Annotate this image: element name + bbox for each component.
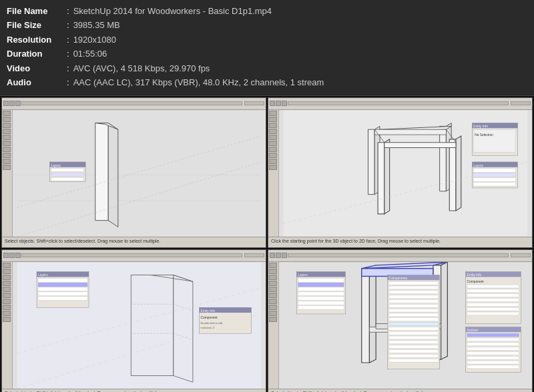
svg-rect-99 (389, 336, 439, 339)
svg-text:Entity Info: Entity Info (201, 309, 216, 313)
thumb1-toolbar (2, 98, 266, 110)
svg-rect-94 (389, 313, 439, 317)
thumb3-toolbar (2, 250, 266, 262)
thumbnail-2[interactable]: Entity Info No Selection Layers Click t (268, 97, 533, 248)
svg-text:Layers: Layers (473, 163, 483, 167)
video-row: Video : AVC (AVC), 4 518 Kbps, 29.970 fp… (7, 61, 527, 75)
svg-rect-104 (389, 359, 439, 362)
svg-text:Component: Component (467, 280, 485, 283)
thumb4-status: Select objects. Shift+click to select/de… (268, 389, 532, 392)
file-size-value: 3985.35 MB (73, 18, 120, 32)
thumbnails-grid: Layers Select objects. Shift+click to se… (0, 96, 534, 392)
svg-rect-120 (467, 338, 519, 341)
svg-text:Double-click to edit: Double-click to edit (201, 321, 224, 324)
svg-rect-80 (298, 291, 344, 295)
svg-rect-88 (389, 286, 439, 289)
resolution-value: 1920x1080 (73, 33, 116, 47)
video-label: Video (7, 61, 67, 75)
svg-rect-81 (298, 296, 344, 300)
thumb2-toolbar (268, 98, 532, 110)
svg-rect-109 (467, 285, 519, 288)
svg-rect-111 (467, 293, 519, 297)
svg-rect-37 (473, 168, 515, 172)
file-size-row: File Size : 3985.35 MB (7, 18, 527, 32)
svg-rect-83 (298, 305, 344, 309)
svg-rect-102 (389, 349, 439, 353)
svg-rect-114 (467, 307, 519, 311)
svg-rect-103 (389, 354, 439, 357)
svg-marker-69 (441, 262, 448, 359)
resolution-row: Resolution : 1920x1080 (7, 33, 527, 47)
svg-text:Layers: Layers (51, 163, 61, 167)
svg-marker-19 (378, 142, 384, 213)
duration-row: Duration : 01:55:06 (7, 47, 527, 61)
svg-marker-3 (95, 123, 108, 220)
file-size-label: File Size (7, 18, 67, 32)
svg-rect-79 (298, 287, 344, 291)
thumb1-status: Select objects. Shift+click to select/de… (2, 237, 266, 247)
svg-rect-101 (389, 345, 439, 348)
duration-value: 01:55:06 (73, 47, 107, 61)
svg-marker-4 (108, 123, 118, 227)
svg-rect-39 (473, 177, 515, 181)
svg-rect-82 (298, 301, 344, 305)
svg-rect-58 (38, 296, 87, 300)
svg-rect-112 (467, 298, 519, 301)
svg-rect-125 (467, 361, 519, 364)
file-name-row: File Name : SketchUp 2014 for Woodworker… (7, 4, 527, 18)
svg-rect-119 (467, 333, 519, 337)
svg-rect-96 (389, 322, 439, 325)
svg-text:Layers: Layers (298, 273, 308, 277)
svg-rect-56 (38, 287, 87, 291)
svg-rect-93 (389, 309, 439, 312)
svg-marker-66 (362, 268, 370, 362)
svg-rect-55 (38, 283, 87, 287)
thumbnail-4[interactable]: Layers Components (268, 249, 533, 392)
svg-rect-24 (374, 129, 446, 135)
svg-rect-12 (51, 173, 83, 176)
svg-rect-54 (38, 278, 87, 282)
svg-rect-40 (473, 182, 515, 186)
duration-label: Duration (7, 47, 67, 61)
svg-rect-78 (298, 283, 344, 287)
svg-text:Entity Info: Entity Info (467, 273, 482, 277)
svg-rect-113 (467, 303, 519, 306)
svg-rect-13 (51, 177, 83, 181)
svg-rect-92 (389, 304, 439, 307)
svg-rect-77 (298, 278, 344, 282)
thumb3-tools (2, 262, 13, 389)
svg-rect-91 (389, 299, 439, 303)
svg-text:Component: Component (201, 315, 218, 319)
resolution-label: Resolution (7, 33, 67, 47)
svg-rect-90 (389, 295, 439, 298)
svg-rect-115 (467, 312, 519, 315)
thumbnail-3[interactable]: Layers Entity Info Component Double-clic… (1, 249, 266, 392)
svg-text:instances: 2: instances: 2 (201, 326, 215, 329)
thumb1-tools (2, 110, 13, 237)
audio-label: Audio (7, 75, 67, 89)
svg-text:No Selection: No Selection (475, 133, 493, 137)
svg-rect-98 (389, 331, 439, 335)
svg-marker-20 (384, 139, 390, 213)
thumb4-canvas: Layers Components (279, 262, 532, 389)
svg-marker-67 (369, 265, 376, 362)
thumb3-status: Select objects. Shift+click to select/de… (2, 389, 266, 392)
svg-rect-11 (51, 168, 83, 171)
svg-rect-25 (384, 142, 456, 147)
video-value: AVC (AVC), 4 518 Kbps, 29.970 fps (73, 61, 210, 75)
thumb3-canvas: Layers Entity Info Component Double-clic… (13, 262, 266, 389)
svg-marker-21 (449, 139, 456, 210)
thumbnail-1[interactable]: Layers Select objects. Shift+click to se… (1, 97, 266, 248)
svg-rect-110 (467, 289, 519, 293)
svg-rect-124 (467, 356, 519, 359)
svg-text:Entity Info: Entity Info (473, 125, 488, 128)
audio-value: AAC (AAC LC), 317 Kbps (VBR), 48.0 KHz, … (73, 75, 324, 89)
thumb4-toolbar (268, 250, 532, 262)
svg-rect-100 (389, 341, 439, 344)
svg-rect-57 (38, 291, 87, 295)
thumb2-tools (268, 110, 279, 237)
svg-marker-22 (456, 136, 461, 211)
info-panel: File Name : SketchUp 2014 for Woodworker… (0, 0, 534, 96)
svg-text:Layers: Layers (38, 273, 48, 277)
svg-rect-89 (389, 290, 439, 293)
